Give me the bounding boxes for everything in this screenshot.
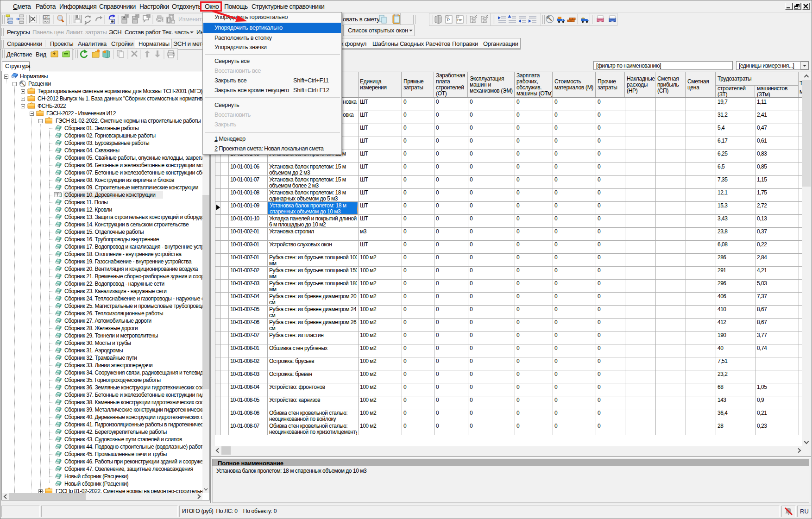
svg-text:P: P [447, 18, 450, 22]
svg-text:PDF: PDF [44, 16, 50, 19]
svg-text:ПР: ПР [457, 18, 462, 22]
